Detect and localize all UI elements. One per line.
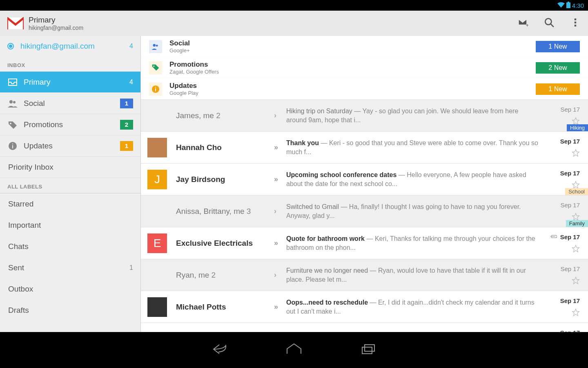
sidebar-item-updates[interactable]: Updates 1 <box>0 135 140 157</box>
svg-point-4 <box>545 18 551 25</box>
star-icon[interactable] <box>572 149 580 157</box>
tag-icon <box>7 121 18 129</box>
svg-point-10 <box>13 101 16 103</box>
message-date: Sep 17 <box>560 297 580 304</box>
message-preview: Hiking trip on Saturday — Yay - so glad … <box>286 107 543 124</box>
message-row[interactable]: Michael Potts » Oops...need to reschedul… <box>141 291 588 323</box>
importance-marker-icon[interactable]: › <box>274 207 286 215</box>
message-sender: Exclusive Electricals <box>176 239 253 247</box>
star-icon[interactable] <box>572 245 580 253</box>
avatar: J <box>147 170 167 189</box>
category-updates[interactable]: UpdatesGoogle Play 1 New <box>141 79 588 100</box>
sidebar-item-starred[interactable]: Starred <box>0 193 140 215</box>
avatar <box>147 297 167 317</box>
svg-text:+: + <box>526 22 529 28</box>
message-sender: James, me 2 <box>176 111 220 120</box>
message-sender: Hannah Cho <box>176 143 222 152</box>
appbar-titles[interactable]: Primary hikingfan@gmail.com <box>29 16 518 31</box>
svg-rect-14 <box>12 145 13 148</box>
home-button[interactable] <box>285 343 303 357</box>
avatar: E <box>147 233 167 253</box>
svg-point-16 <box>156 45 158 47</box>
message-row[interactable]: J Jay Birdsong » Upcoming school confere… <box>141 164 588 195</box>
info-icon <box>149 83 162 96</box>
message-date: Sep 17 <box>560 265 580 272</box>
star-icon[interactable] <box>572 117 580 125</box>
star-icon[interactable] <box>572 181 580 189</box>
svg-rect-7 <box>575 22 576 23</box>
category-social[interactable]: SocialGoogle+ 1 New <box>141 36 588 57</box>
sidebar-item-chats[interactable]: Chats <box>0 236 140 257</box>
svg-point-15 <box>153 44 156 46</box>
info-icon <box>7 141 18 150</box>
sidebar-item-promotions[interactable]: Promotions 2 <box>0 114 140 135</box>
message-date: Sep 17 <box>560 202 580 209</box>
star-icon[interactable] <box>572 213 580 221</box>
recents-button[interactable] <box>360 343 377 357</box>
avatar <box>147 106 167 126</box>
svg-rect-21 <box>362 347 372 354</box>
message-row[interactable]: James, me 2 › Hiking trip on Saturday — … <box>141 100 588 132</box>
message-row[interactable]: E Exclusive Electricals » Quote for bath… <box>141 227 588 259</box>
message-row[interactable]: Anissa, Brittany, me 3 › Switched to Gma… <box>141 195 588 227</box>
avatar <box>147 138 167 157</box>
importance-marker-icon[interactable]: › <box>274 271 286 279</box>
svg-rect-0 <box>566 2 570 8</box>
message-sender: Jay Birdsong <box>176 175 225 184</box>
sidebar-item-drafts[interactable]: Drafts <box>0 300 140 321</box>
avatar <box>147 265 167 285</box>
message-preview: Upcoming school conference dates — Hello… <box>286 171 543 188</box>
category-promotions[interactable]: PromotionsZagat, Google Offers 2 New <box>141 57 588 79</box>
account-email: hikingfan@gmail.com <box>20 42 129 51</box>
message-preview: Furniture we no longer need — Ryan, woul… <box>286 266 543 284</box>
account-count: 4 <box>129 43 133 50</box>
message-sender: Ryan, me 2 <box>176 271 216 279</box>
battery-icon <box>566 2 570 9</box>
svg-rect-6 <box>575 18 576 20</box>
sidebar-item-important[interactable]: Important <box>0 215 140 236</box>
message-date: Sep 17 <box>560 106 580 113</box>
importance-marker-icon[interactable]: » <box>274 303 286 311</box>
appbar-actions: + <box>518 17 581 29</box>
svg-rect-20 <box>155 88 156 91</box>
overflow-menu-icon[interactable] <box>570 17 581 29</box>
message-row[interactable]: me, Meredith 2 » Squid recipe — Hi Laura… <box>141 323 588 332</box>
importance-marker-icon[interactable]: » <box>274 175 286 184</box>
status-bar: 4:30 <box>0 0 588 11</box>
svg-rect-8 <box>575 25 576 26</box>
system-nav-bar <box>0 332 588 368</box>
search-icon[interactable] <box>544 17 555 29</box>
account-row[interactable]: hikingfan@gmail.com 4 <box>0 36 140 56</box>
app-bar: Primary hikingfan@gmail.com + <box>0 11 588 36</box>
sidebar-item-social[interactable]: Social 1 <box>0 93 140 114</box>
message-date: Sep 17 <box>560 329 580 332</box>
svg-rect-19 <box>155 87 156 88</box>
svg-point-9 <box>9 100 13 103</box>
message-label: Hiking <box>567 124 588 131</box>
people-icon <box>149 40 162 53</box>
star-icon[interactable] <box>572 308 580 316</box>
importance-marker-icon[interactable]: › <box>274 111 286 120</box>
message-date: Sep 17 <box>550 233 580 240</box>
appbar-subtitle: hikingfan@gmail.com <box>29 25 518 31</box>
section-labels-label: ALL LABELS <box>0 178 140 193</box>
sidebar-item-outbox[interactable]: Outbox <box>0 278 140 300</box>
people-icon <box>7 99 18 108</box>
message-row[interactable]: Ryan, me 2 › Furniture we no longer need… <box>141 259 588 291</box>
importance-marker-icon[interactable]: » <box>274 239 286 247</box>
message-preview: Quote for bathroom work — Keri, Thanks f… <box>286 234 543 252</box>
importance-marker-icon[interactable]: » <box>274 143 286 152</box>
sidebar-item-primary[interactable]: Primary 4 <box>0 72 140 93</box>
sidebar-item-sent[interactable]: Sent1 <box>0 257 140 278</box>
radio-selected-icon <box>7 43 14 49</box>
message-sender: Michael Potts <box>176 303 226 311</box>
compose-icon[interactable]: + <box>518 17 528 29</box>
message-sender: Anissa, Brittany, me 3 <box>176 207 251 215</box>
message-row[interactable]: Hannah Cho » Thank you — Keri - so good … <box>141 132 588 164</box>
svg-point-17 <box>153 65 154 67</box>
back-button[interactable] <box>211 343 228 357</box>
star-icon[interactable] <box>572 276 580 285</box>
sidebar-item-priority-inbox[interactable]: Priority Inbox <box>0 157 140 178</box>
message-date: Sep 17 <box>560 138 580 145</box>
badge-updates: 1 New <box>536 83 580 95</box>
